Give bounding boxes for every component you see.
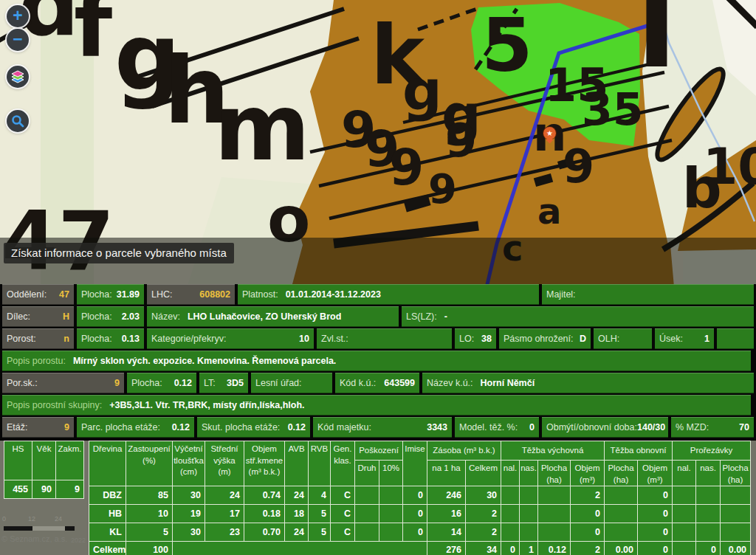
column-header: Zakm. xyxy=(56,441,84,480)
column-header: HS xyxy=(4,441,32,480)
table-cell: 0 xyxy=(638,542,673,555)
map-label-9: 9 xyxy=(445,118,477,164)
app-root: { "colors": { "panel_green": "#2b7d1d", … xyxy=(0,0,756,555)
info-value: 31.89 xyxy=(117,289,140,300)
table-cell xyxy=(520,486,538,505)
info-label: Dílec: xyxy=(7,311,30,322)
map-label-a: a xyxy=(537,193,561,229)
table-cell xyxy=(673,486,696,505)
info-cell: Majitel: xyxy=(542,284,754,305)
column-header: Gen. klas. xyxy=(331,441,355,486)
table-cell: C xyxy=(331,486,355,505)
info-value: n xyxy=(63,334,69,344)
table-cell: 0 xyxy=(571,505,605,523)
table-cell xyxy=(538,486,571,505)
info-value: +3B5,3L1. Vtr. TR,BRK, místy dřín,líska,… xyxy=(109,400,304,410)
table-cell: 23 xyxy=(205,523,244,542)
info-cell: LS(LZ):- xyxy=(402,306,754,327)
info-label: Model. těž. %: xyxy=(459,422,518,432)
column-header: Střední výška (m) xyxy=(205,441,244,486)
column-subheader: nas. xyxy=(696,461,721,486)
info-cell: Kód majetku:3343 xyxy=(313,417,452,438)
table-cell: 0 xyxy=(403,523,427,542)
table-cell: 0.00 xyxy=(605,542,638,555)
table-cell: 0 xyxy=(403,486,427,505)
table-cell xyxy=(355,505,379,523)
info-value: 9 xyxy=(114,378,120,388)
info-value: 140/30 xyxy=(637,422,665,432)
table-cell: 17 xyxy=(205,505,244,523)
map-label-9: 9 xyxy=(563,144,594,190)
zoom-in-button[interactable]: + xyxy=(7,5,29,27)
info-row: Etáž:9Parc. plocha etáže:0.12Skut. ploch… xyxy=(0,417,756,438)
info-value: 47 xyxy=(59,289,69,300)
info-value: H xyxy=(63,311,69,322)
table-cell: Celkem: xyxy=(89,542,126,555)
info-value: LHO Luhačovice, ZO Uherský Brod xyxy=(188,311,341,322)
table-cell: 0 xyxy=(403,505,427,523)
column-subheader: Druh xyxy=(355,461,379,486)
info-cell: LT:3D5 xyxy=(199,373,248,393)
search-button[interactable] xyxy=(7,110,29,132)
table-cell xyxy=(696,523,721,542)
scale-segment xyxy=(65,526,75,531)
table-cell: 100 xyxy=(126,542,173,555)
info-cell: Parc. plocha etáže:0.12 xyxy=(77,417,194,438)
column-subheader: Celkem xyxy=(466,461,501,486)
info-value: 1 xyxy=(704,334,709,344)
table-cell: 24 xyxy=(285,523,309,542)
info-value: 10 xyxy=(299,334,309,344)
table-cell: 19 xyxy=(173,505,205,523)
table-cell xyxy=(605,523,638,542)
info-label: LT: xyxy=(204,378,216,388)
map-label-5: 5 xyxy=(481,9,533,83)
zoom-out-button[interactable]: − xyxy=(7,29,29,51)
column-header: Těžba výchovná xyxy=(501,441,605,461)
table-cell: 246 xyxy=(427,486,466,505)
info-row: Popis porostu:Mírný sklon vých. expozice… xyxy=(0,351,756,371)
column-header: Těžba obnovní xyxy=(605,441,673,461)
table-row: KL530230.70245C014200 xyxy=(89,523,751,542)
info-value: 9 xyxy=(64,422,69,432)
info-value: 643599 xyxy=(384,378,415,388)
table-cell xyxy=(520,505,538,523)
table-cell: 9 xyxy=(56,480,84,499)
info-cell: Skut. plocha etáže:0.12 xyxy=(197,417,310,438)
scale-segment xyxy=(32,526,65,531)
info-label: Porost: xyxy=(7,334,36,344)
table-cell xyxy=(605,486,638,505)
info-cell: Model. těž. %:0 xyxy=(455,417,539,438)
info-value: 0.12 xyxy=(174,378,192,388)
scale-tick: 24 xyxy=(55,515,62,523)
table-cell: DBZ xyxy=(89,486,126,505)
info-cell: Lesní úřad: xyxy=(251,373,332,393)
info-label: Oddělení: xyxy=(7,289,47,300)
table-cell: 0.74 xyxy=(244,486,285,505)
info-cell: Název k.ú.:Horní Němčí xyxy=(422,373,754,393)
table-cell xyxy=(673,505,696,523)
column-subheader: Objem (m³) xyxy=(638,461,673,486)
info-value: 3343 xyxy=(427,422,447,432)
info-label: Úsek: xyxy=(659,334,683,344)
column-subheader: 10% xyxy=(379,461,403,486)
table-cell: 30 xyxy=(466,486,501,505)
info-label: Obmýtí/obnovní doba: xyxy=(546,422,637,432)
table-cell xyxy=(605,505,638,523)
table-cell: KL xyxy=(89,523,126,542)
table-cell xyxy=(673,523,696,542)
info-value: 0.13 xyxy=(122,334,140,344)
column-header: Poškození xyxy=(355,441,403,461)
map-label-l: l xyxy=(636,0,677,85)
table-cell xyxy=(696,486,721,505)
parcel-info-panel: Oddělení:47Plocha:31.89LHC:608802Platnos… xyxy=(0,284,756,441)
info-label: Skut. plocha etáže: xyxy=(202,422,280,432)
table-cell xyxy=(501,505,520,523)
info-label: Majitel: xyxy=(546,289,576,300)
info-cell: OLH: xyxy=(594,328,652,349)
column-subheader: nas. xyxy=(520,461,538,486)
table-cell: 0 xyxy=(638,505,673,523)
layers-button[interactable] xyxy=(7,66,29,88)
map-label-10: 10 xyxy=(703,142,756,192)
info-label: Lesní úřad: xyxy=(255,378,302,388)
table-cell xyxy=(538,523,571,542)
